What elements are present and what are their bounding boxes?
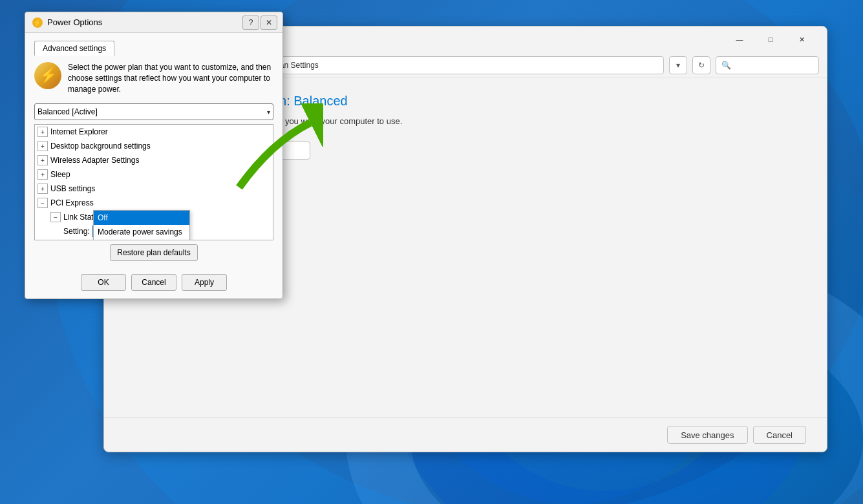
tree-item-sleep[interactable]: + Sleep (35, 167, 273, 182)
address-bar-dropdown-button[interactable]: ▾ (669, 56, 687, 74)
plan-select-value: Balanced [Active] (37, 107, 98, 116)
plan-select-dropdown[interactable]: Balanced [Active] ▾ (34, 103, 273, 120)
tree-label-pci-express: PCI Express (50, 198, 94, 207)
dialog-title-left: ⚡ Power Options (32, 17, 102, 28)
search-icon: 🔍 (721, 61, 731, 70)
setting-dropdown-popup: Off Moderate power savings Maximum power… (93, 210, 190, 240)
advanced-settings-tab[interactable]: Advanced settings (34, 41, 114, 56)
setting-label-tree: Setting: (63, 227, 90, 236)
tree-item-desktop-background[interactable]: + Desktop background settings (35, 139, 273, 153)
power-plan-icon (34, 62, 61, 89)
dialog-description-area: Select the power plan that you want to c… (34, 56, 273, 100)
plan-dropdown-area: Balanced [Active] ▾ (34, 103, 273, 120)
power-dialog-icon: ⚡ (32, 17, 43, 28)
tree-label-usb-settings: USB settings (50, 184, 95, 193)
tree-label-sleep: Sleep (50, 170, 70, 179)
dialog-title-text: Power Options (47, 17, 102, 27)
tree-item-wireless-adapter[interactable]: + Wireless Adapter Settings (35, 153, 273, 167)
svg-text:⚡: ⚡ (33, 18, 42, 27)
bg-window-close-button[interactable]: ✕ (787, 30, 816, 49)
dialog-titlebar: ⚡ Power Options ? ✕ (25, 12, 282, 33)
tree-label-wireless-adapter: Wireless Adapter Settings (50, 156, 139, 165)
dialog-titlebar-buttons: ? ✕ (242, 16, 277, 30)
tree-label-desktop-background: Desktop background settings (50, 142, 151, 151)
tree-item-pci-express[interactable]: − PCI Express (35, 196, 273, 210)
save-changes-button[interactable]: Save changes (667, 426, 747, 444)
restore-plan-defaults-button[interactable]: Restore plan defaults (110, 244, 197, 261)
bg-window-footer: Save changes Cancel (104, 417, 827, 452)
search-box[interactable]: 🔍 (716, 56, 819, 74)
cancel-button[interactable]: Cancel (753, 426, 806, 444)
tree-toggle-usb-settings[interactable]: + (37, 184, 48, 194)
dialog-apply-button[interactable]: Apply (182, 274, 227, 291)
tree-toggle-link-state[interactable]: − (50, 212, 61, 222)
address-bar-refresh-button[interactable]: ↻ (692, 56, 710, 74)
tree-toggle-internet-explorer[interactable]: + (37, 127, 48, 137)
bg-window-controls: — □ ✕ (725, 30, 816, 49)
power-options-dialog: ⚡ Power Options ? ✕ Advanced settings Se… (25, 12, 283, 299)
tree-label-internet-explorer: Internet Explorer (50, 127, 108, 136)
power-settings-tree[interactable]: + Internet Explorer + Desktop background… (34, 124, 273, 240)
tree-toggle-wireless-adapter[interactable]: + (37, 155, 48, 165)
dialog-footer: OK Cancel Apply (25, 269, 282, 299)
tree-item-usb-settings[interactable]: + USB settings (35, 182, 273, 196)
plan-select-arrow-icon: ▾ (267, 109, 270, 116)
tree-toggle-sleep[interactable]: + (37, 169, 48, 180)
dialog-body: Advanced settings Select the power plan … (25, 33, 282, 269)
dialog-close-button[interactable]: ✕ (261, 16, 277, 30)
dropdown-option-off[interactable]: Off (94, 211, 189, 225)
tree-item-internet-explorer[interactable]: + Internet Explorer (35, 125, 273, 139)
tree-toggle-desktop-background[interactable]: + (37, 141, 48, 151)
dialog-help-button[interactable]: ? (242, 16, 259, 30)
dropdown-option-moderate[interactable]: Moderate power savings (94, 225, 189, 239)
dialog-description-text: Select the power plan that you want to c… (68, 62, 273, 94)
dialog-cancel-button[interactable]: Cancel (131, 274, 176, 291)
dialog-ok-button[interactable]: OK (81, 274, 126, 291)
minimize-button[interactable]: — (725, 30, 754, 49)
maximize-button[interactable]: □ (756, 30, 785, 49)
tree-toggle-pci-express[interactable]: − (37, 198, 48, 208)
